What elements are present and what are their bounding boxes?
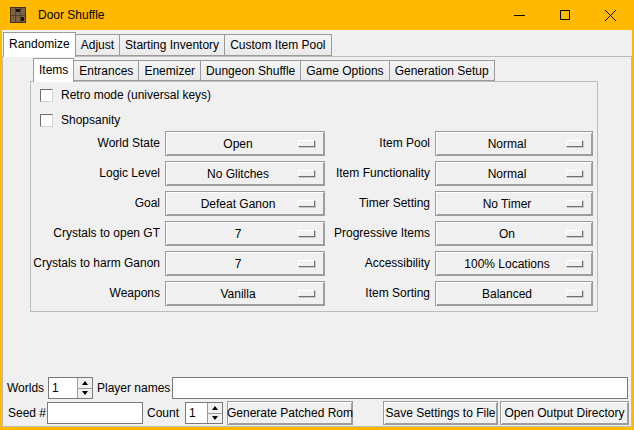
checkbox-retro-mode[interactable]: Retro mode (universal keys)	[40, 88, 211, 102]
tab-starting-inventory[interactable]: Starting Inventory	[119, 34, 225, 56]
count-spinbox[interactable]	[185, 402, 223, 424]
main-tabbar: Randomize Adjust Starting Inventory Cust…	[3, 32, 331, 57]
label-crystals-gt: Crystals to open GT	[53, 221, 160, 246]
label-item-functionality: Item Functionality	[336, 161, 430, 186]
checkbox-icon[interactable]	[40, 89, 53, 102]
label-crystals-ganon: Crystals to harm Ganon	[33, 251, 160, 276]
label-weapons: Weapons	[110, 281, 160, 306]
dropdown-item-sorting[interactable]: Balanced	[435, 281, 593, 306]
checkbox-label: Retro mode (universal keys)	[61, 88, 211, 102]
worlds-input[interactable]	[49, 378, 77, 398]
tab-custom-item-pool[interactable]: Custom Item Pool	[224, 34, 331, 56]
dropdown-indicator-icon	[298, 230, 315, 237]
worlds-spinbox[interactable]	[48, 377, 93, 399]
label-goal: Goal	[135, 191, 160, 216]
dropdown-indicator-icon	[298, 200, 315, 207]
dropdown-logic-level[interactable]: No Glitches	[165, 161, 325, 186]
label-player-names: Player names	[97, 377, 170, 399]
tab-dungeon-shuffle[interactable]: Dungeon Shuffle	[200, 60, 301, 81]
spin-up-icon[interactable]	[208, 403, 222, 413]
window-door-shuffle: Door Shuffle Randomize Adjust Starting I…	[0, 0, 634, 430]
tab-generation-setup[interactable]: Generation Setup	[389, 60, 495, 81]
label-count: Count	[147, 402, 179, 424]
dropdown-goal[interactable]: Defeat Ganon	[165, 191, 325, 216]
dropdown-indicator-icon	[566, 170, 583, 177]
dropdown-indicator-icon	[566, 140, 583, 147]
tab-items[interactable]: Items	[33, 58, 74, 82]
label-progressive-items: Progressive Items	[334, 221, 430, 246]
window-title: Door Shuffle	[38, 0, 105, 30]
dropdown-indicator-icon	[298, 170, 315, 177]
save-settings-button[interactable]: Save Settings to File	[383, 401, 498, 425]
sub-tabbar: Items Entrances Enemizer Dungeon Shuffle…	[33, 58, 494, 82]
open-output-directory-button[interactable]: Open Output Directory	[500, 401, 629, 425]
tab-entrances[interactable]: Entrances	[73, 60, 139, 81]
dropdown-indicator-icon	[298, 290, 315, 297]
spin-up-icon[interactable]	[78, 378, 92, 388]
dropdown-progressive-items[interactable]: On	[435, 221, 593, 246]
minimize-icon[interactable]	[497, 0, 542, 30]
tab-enemizer[interactable]: Enemizer	[138, 60, 201, 81]
seed-input[interactable]	[47, 402, 143, 424]
label-logic-level: Logic Level	[99, 161, 160, 186]
maximize-icon[interactable]	[542, 0, 587, 30]
dropdown-item-pool[interactable]: Normal	[435, 131, 593, 156]
dropdown-crystals-gt[interactable]: 7	[165, 221, 325, 246]
close-icon[interactable]	[587, 0, 634, 30]
label-item-sorting: Item Sorting	[365, 281, 430, 306]
dropdown-weapons[interactable]: Vanilla	[165, 281, 325, 306]
checkbox-shopsanity[interactable]: Shopsanity	[40, 113, 120, 127]
spin-down-icon[interactable]	[208, 413, 222, 424]
label-worlds: Worlds	[7, 377, 44, 399]
dropdown-item-functionality[interactable]: Normal	[435, 161, 593, 186]
dropdown-indicator-icon	[298, 260, 315, 267]
dropdown-world-state[interactable]: Open	[165, 131, 325, 156]
label-world-state: World State	[98, 131, 160, 156]
checkbox-icon[interactable]	[40, 114, 53, 127]
dropdown-accessibility[interactable]: 100% Locations	[435, 251, 593, 276]
titlebar[interactable]: Door Shuffle	[0, 0, 634, 30]
dropdown-indicator-icon	[566, 290, 583, 297]
dropdown-indicator-icon	[298, 140, 315, 147]
dropdown-timer-setting[interactable]: No Timer	[435, 191, 593, 216]
dropdown-crystals-ganon[interactable]: 7	[165, 251, 325, 276]
player-names-input[interactable]	[172, 377, 628, 399]
label-item-pool: Item Pool	[379, 131, 430, 156]
dropdown-indicator-icon	[566, 230, 583, 237]
tab-game-options[interactable]: Game Options	[300, 60, 389, 81]
app-door-icon	[10, 7, 26, 23]
count-input[interactable]	[186, 403, 207, 423]
label-seed: Seed #	[8, 402, 46, 424]
tab-adjust[interactable]: Adjust	[75, 34, 120, 56]
generate-patched-rom-button[interactable]: Generate Patched Rom	[227, 401, 353, 425]
label-accessibility: Accessibility	[365, 251, 430, 276]
tab-randomize[interactable]: Randomize	[3, 32, 76, 57]
dropdown-indicator-icon	[566, 260, 583, 267]
dropdown-indicator-icon	[566, 200, 583, 207]
label-timer-setting: Timer Setting	[359, 191, 430, 216]
spin-down-icon[interactable]	[78, 388, 92, 399]
checkbox-label: Shopsanity	[61, 113, 120, 127]
